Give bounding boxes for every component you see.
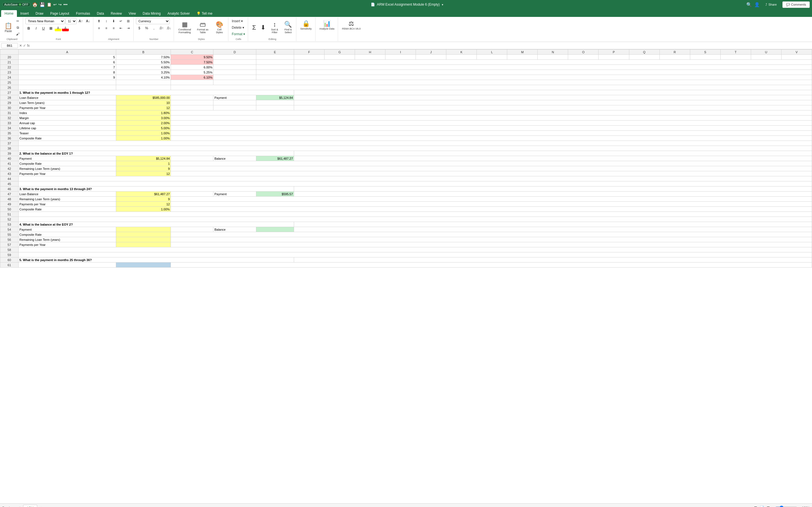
cell-b34[interactable]: 5.00% <box>116 126 171 131</box>
cell-a31[interactable]: Index <box>18 110 116 115</box>
account-icon[interactable]: 👤 <box>754 2 760 7</box>
zoom-out-button[interactable]: − <box>772 506 774 507</box>
search-icon[interactable]: 🔍 <box>746 2 752 7</box>
row-header-60[interactable]: 60 <box>0 258 18 263</box>
cell-b48[interactable]: 9 <box>116 196 171 202</box>
zoom-in-button[interactable]: + <box>799 506 801 507</box>
cell-f20[interactable] <box>294 55 324 60</box>
row-header-49[interactable]: 49 <box>0 202 18 207</box>
cell-rest-32[interactable] <box>171 115 812 121</box>
col-header-q[interactable]: Q <box>629 50 659 55</box>
sort-filter-button[interactable]: ↕ Sort & Filter <box>268 20 281 35</box>
col-header-u[interactable]: U <box>751 50 781 55</box>
cell-rest-41[interactable] <box>171 161 812 166</box>
increase-font-button[interactable]: A↑ <box>77 18 84 24</box>
row-header-40[interactable]: 40 <box>0 156 18 161</box>
row-header-55[interactable]: 55 <box>0 232 18 237</box>
cell-d40[interactable]: Balance <box>213 156 256 161</box>
cell-rest-51[interactable] <box>18 212 812 217</box>
underline-button[interactable]: U <box>40 25 47 31</box>
cell-b22[interactable]: 4.00% <box>116 65 171 70</box>
row-header-41[interactable]: 41 <box>0 161 18 166</box>
cell-d54[interactable]: Balance <box>213 227 256 232</box>
tab-home[interactable]: Home <box>1 10 17 17</box>
cell-a27[interactable]: 1. What is the payment in months 1 throu… <box>18 90 294 95</box>
cell-a54[interactable]: Payment <box>18 227 116 232</box>
next-sheet-button[interactable]: ▶ <box>20 506 22 507</box>
cell-b31[interactable]: 1.80% <box>116 110 171 115</box>
italic-button[interactable]: I <box>33 25 40 31</box>
decrease-decimal-button[interactable]: .0↓ <box>165 25 172 31</box>
row-header-54[interactable]: 54 <box>0 227 18 232</box>
cell-d28[interactable]: Payment <box>213 95 256 100</box>
align-center-button[interactable]: ≡ <box>103 25 110 31</box>
cell-c30[interactable] <box>171 105 213 110</box>
row-header-22[interactable]: 22 <box>0 65 18 70</box>
fill-color-button[interactable]: A <box>55 25 61 31</box>
tab-analytic-solver[interactable]: Analytic Solver <box>164 10 193 17</box>
cell-rest-33[interactable] <box>171 121 812 126</box>
merge-button[interactable]: ⊞ <box>125 18 132 24</box>
row-header-28[interactable]: 28 <box>0 95 18 100</box>
row-header-56[interactable]: 56 <box>0 237 18 242</box>
cell-c54[interactable] <box>171 227 213 232</box>
find-select-button[interactable]: 🔍 Find & Select <box>282 20 294 35</box>
increase-decimal-button[interactable]: .0↑ <box>158 25 165 31</box>
row-header-46[interactable]: 46 <box>0 186 18 191</box>
font-size-select[interactable]: 12 <box>65 18 77 24</box>
font-family-select[interactable]: Times New Roman <box>26 18 65 24</box>
cell-rest-61[interactable] <box>171 263 812 268</box>
borders-button[interactable]: ▦ <box>47 25 54 31</box>
row-header-53[interactable]: 53 <box>0 222 18 227</box>
cell-rest-25[interactable] <box>213 80 812 85</box>
cell-c20[interactable]: 9.50% <box>171 55 213 60</box>
col-header-m[interactable]: M <box>507 50 538 55</box>
decrease-indent-button[interactable]: ⇤ <box>117 25 124 31</box>
col-header-o[interactable]: O <box>568 50 599 55</box>
cell-b56[interactable] <box>116 237 171 242</box>
row-header-26[interactable]: 26 <box>0 85 18 90</box>
align-bottom-button[interactable]: ⬇ <box>110 18 117 24</box>
cell-v20[interactable] <box>781 55 812 60</box>
cell-b49[interactable]: 12 <box>116 202 171 207</box>
row-header-52[interactable]: 52 <box>0 217 18 222</box>
autosum-button[interactable]: Σ <box>250 20 258 35</box>
cell-c40[interactable] <box>171 156 213 161</box>
cell-a60[interactable]: 5. What is the payment in months 25 thro… <box>18 258 294 263</box>
cell-rest-39[interactable] <box>294 151 812 156</box>
col-header-a[interactable]: A <box>18 50 116 55</box>
col-header-e[interactable]: E <box>256 50 294 55</box>
cell-rest-42[interactable] <box>171 166 812 171</box>
cell-a20[interactable]: 5 <box>18 55 116 60</box>
cell-rest-40[interactable] <box>294 156 812 161</box>
bold-button[interactable]: B <box>26 25 32 31</box>
col-header-v[interactable]: V <box>781 50 812 55</box>
row-header-51[interactable]: 51 <box>0 212 18 217</box>
tab-view[interactable]: View <box>125 10 139 17</box>
row-header-27[interactable]: 27 <box>0 90 18 95</box>
cell-b36[interactable]: 1.00% <box>116 136 171 141</box>
cell-j20[interactable] <box>416 55 446 60</box>
cell-a46[interactable]: 3. What is the payment in months 13 thro… <box>18 186 294 191</box>
row-header-58[interactable]: 58 <box>0 247 18 252</box>
cell-c22[interactable]: 6.00% <box>171 65 213 70</box>
cell-e47[interactable]: $595.57 <box>256 191 294 196</box>
cell-p20[interactable] <box>599 55 629 60</box>
cell-a24[interactable]: 9 <box>18 75 116 80</box>
cell-rest-59[interactable] <box>18 252 812 258</box>
cell-a43[interactable]: Payments per Year <box>18 171 116 176</box>
format-as-table-button[interactable]: 🗃 Format as Table <box>194 20 211 35</box>
align-right-button[interactable]: ≡ <box>110 25 117 31</box>
zoom-slider[interactable] <box>775 506 798 507</box>
col-header-s[interactable]: S <box>690 50 720 55</box>
row-header-35[interactable]: 35 <box>0 131 18 136</box>
tab-tell-me[interactable]: 💡Tell me <box>193 10 216 17</box>
redo-icon[interactable]: ↪ <box>58 2 62 7</box>
cell-u20[interactable] <box>751 55 781 60</box>
cell-rest-22[interactable] <box>294 65 812 70</box>
cell-b55[interactable] <box>116 232 171 237</box>
row-header-25[interactable]: 25 <box>0 80 18 85</box>
cell-a61[interactable] <box>18 263 116 268</box>
col-header-k[interactable]: K <box>446 50 477 55</box>
share-button[interactable]: ⤴ Share <box>762 2 780 7</box>
